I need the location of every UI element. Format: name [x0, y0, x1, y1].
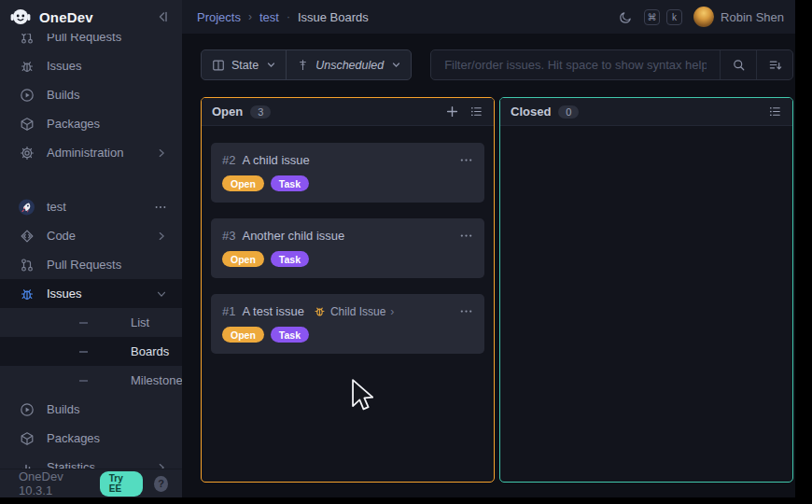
- sidebar-item-issues-milestones[interactable]: Milestones: [0, 366, 182, 395]
- issue-title[interactable]: A test issue: [242, 304, 303, 318]
- shortcut-k-key: k: [666, 9, 682, 25]
- add-issue-icon[interactable]: [445, 105, 459, 119]
- state-badge-open: Open: [222, 327, 264, 343]
- type-badge-task: Task: [271, 327, 309, 343]
- sidebar-item-project-issues[interactable]: Issues: [0, 279, 182, 308]
- issue-labels: Open Task: [222, 327, 473, 343]
- onedev-logo-icon: [10, 7, 31, 27]
- column-list-icon[interactable]: [469, 105, 483, 119]
- card-menu-ellipsis-icon[interactable]: [459, 304, 473, 318]
- dark-mode-icon[interactable]: [619, 10, 633, 24]
- chevron-right-icon: [156, 231, 167, 242]
- sidebar-item-issues-boards[interactable]: Boards: [0, 337, 182, 366]
- user-name[interactable]: Robin Shen: [721, 10, 784, 24]
- column-actions: [768, 105, 782, 119]
- package-icon: [19, 431, 35, 446]
- project-menu-ellipsis-icon[interactable]: [154, 201, 167, 214]
- sidebar-item-project-packages[interactable]: Packages: [0, 424, 182, 453]
- sort-order-icon: [768, 58, 782, 72]
- main-content: State Unscheduled: [182, 34, 795, 497]
- sidebar-admin-menu: Pull Requests Issues Buil: [0, 34, 182, 167]
- search-icon: [732, 58, 746, 72]
- dash-icon: [79, 322, 88, 324]
- breadcrumb-project-link[interactable]: test: [259, 10, 279, 24]
- sidebar-item-code[interactable]: Code: [0, 221, 182, 250]
- breadcrumb-current-page: Issue Boards: [298, 10, 369, 24]
- order-button[interactable]: [756, 50, 792, 79]
- board-column-closed: Closed 0: [499, 97, 793, 483]
- dash-icon: [79, 380, 88, 382]
- issue-card-1[interactable]: #1 A test issue Child Issue: [211, 294, 484, 354]
- issue-labels: Open Task: [222, 175, 473, 191]
- package-icon: [19, 117, 35, 132]
- sidebar-item-builds[interactable]: Builds: [0, 80, 182, 109]
- sidebar-item-packages[interactable]: Packages: [0, 109, 182, 138]
- help-button[interactable]: ?: [154, 476, 168, 492]
- breadcrumb-separator: ·: [287, 10, 290, 23]
- sidebar-item-issues[interactable]: Issues: [0, 51, 182, 80]
- sidebar-item-administration[interactable]: Administration: [0, 138, 182, 167]
- sidebar: Pull Requests Issues Buil: [0, 34, 182, 497]
- onedev-app: OneDev Projects › test · Issue Boards ⌘ …: [0, 0, 795, 497]
- type-badge-task: Task: [271, 251, 309, 267]
- filter-bar: [430, 49, 793, 80]
- issue-toolbar: State Unscheduled: [201, 49, 793, 80]
- breadcrumb: Projects › test · Issue Boards: [182, 0, 619, 34]
- chevron-down-icon: [392, 61, 400, 69]
- chevron-right-icon: ›: [390, 305, 394, 318]
- chevron-down-icon: [267, 61, 275, 69]
- dash-icon: [79, 351, 88, 353]
- rocket-project-icon: [19, 199, 35, 216]
- column-title: Open: [212, 105, 243, 119]
- brand-name: OneDev: [39, 9, 147, 25]
- sidebar-item-project-pull-requests[interactable]: Pull Requests: [0, 250, 182, 279]
- try-ee-badge[interactable]: Try EE: [100, 471, 144, 497]
- card-menu-ellipsis-icon[interactable]: [459, 153, 473, 167]
- version-label: OneDev 10.3.1: [19, 469, 89, 497]
- state-badge-open: Open: [222, 251, 264, 267]
- issue-boards: Open 3: [201, 97, 793, 483]
- column-open-body: #2 A child issue Open Task: [202, 126, 494, 482]
- column-closed-body: [500, 126, 792, 482]
- issue-title[interactable]: Another child issue: [242, 229, 344, 243]
- issue-title[interactable]: A child issue: [242, 153, 309, 167]
- issue-card-2[interactable]: #2 A child issue Open Task: [211, 143, 484, 203]
- column-title: Closed: [511, 105, 551, 119]
- bug-icon: [19, 287, 35, 301]
- board-column-open: Open 3: [201, 97, 495, 483]
- issue-card-3[interactable]: #3 Another child issue Open Task: [211, 218, 484, 278]
- sidebar-collapse-icon[interactable]: [155, 9, 170, 24]
- column-count-badge: 0: [558, 105, 579, 119]
- child-issue-link[interactable]: Child Issue ›: [314, 305, 394, 318]
- sidebar-item-project-test[interactable]: test: [0, 192, 182, 221]
- bug-icon: [19, 59, 35, 74]
- topbar: OneDev Projects › test · Issue Boards ⌘ …: [0, 0, 795, 34]
- user-avatar[interactable]: [693, 7, 714, 27]
- brand-area: OneDev: [0, 0, 182, 34]
- breadcrumb-projects-link[interactable]: Projects: [197, 10, 241, 24]
- card-menu-ellipsis-icon[interactable]: [459, 229, 473, 243]
- search-button[interactable]: [720, 50, 756, 79]
- board-toolbar-group: State Unscheduled: [201, 49, 412, 80]
- gear-icon: [19, 146, 35, 161]
- play-circle-icon: [19, 88, 35, 103]
- column-open-header: Open 3: [202, 98, 494, 126]
- state-dropdown-button[interactable]: State: [202, 50, 286, 79]
- sidebar-item-pull-requests[interactable]: Pull Requests: [0, 34, 182, 51]
- kanban-icon: [212, 59, 225, 72]
- column-closed-header: Closed 0: [500, 98, 792, 126]
- sidebar-item-project-builds[interactable]: Builds: [0, 395, 182, 424]
- sidebar-item-issues-list[interactable]: List: [0, 308, 182, 337]
- play-circle-icon: [19, 402, 35, 417]
- filter-input[interactable]: [431, 50, 720, 79]
- column-actions: [445, 105, 483, 119]
- sidebar-footer: OneDev 10.3.1 Try EE ?: [0, 469, 182, 497]
- shortcut-cmd-key: ⌘: [644, 9, 660, 25]
- chevron-right-icon: [156, 147, 167, 159]
- breadcrumb-separator: ›: [248, 10, 252, 23]
- column-list-icon[interactable]: [768, 105, 782, 119]
- iteration-dropdown-button[interactable]: Unscheduled: [286, 50, 411, 79]
- sidebar-project-menu: test Code: [0, 192, 182, 482]
- issue-number: #2: [222, 153, 235, 167]
- type-badge-task: Task: [271, 175, 309, 191]
